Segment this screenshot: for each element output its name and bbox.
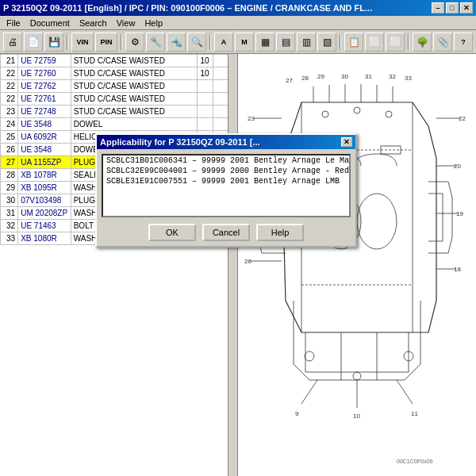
- modal-title-text: Applicability for P 32150QZ 09-2011 [...: [100, 137, 260, 147]
- view3-button[interactable]: ▥: [297, 33, 316, 52]
- font-a-button[interactable]: A: [214, 33, 233, 52]
- modal-list-item[interactable]: SCBLE31E91C007551 – 99999 2001 Bentley A…: [103, 176, 349, 186]
- modal-help-button[interactable]: Help: [256, 224, 304, 241]
- modal-applicability-list[interactable]: SCBLC31B01C006341 – 99999 2001 Bentley A…: [102, 154, 351, 217]
- font-m-button[interactable]: M: [235, 33, 254, 52]
- modal-title-bar: Applicability for P 32150QZ 09-2011 [...…: [97, 135, 355, 149]
- toolbar-separator-3: [209, 34, 211, 50]
- zoom-out-button[interactable]: ⬜: [386, 33, 405, 52]
- print-button[interactable]: 🖨: [3, 33, 22, 52]
- view4-button[interactable]: ▧: [317, 33, 336, 52]
- pin-button[interactable]: PIN: [95, 33, 117, 52]
- toolbar-separator-2: [121, 34, 122, 50]
- title-bar: P 32150QZ 09-2011 [English] / IPC / PIN:…: [0, 0, 476, 16]
- engine-icon[interactable]: ⚙: [125, 33, 144, 52]
- modal-close-button[interactable]: ✕: [341, 137, 352, 147]
- modal-cancel-button[interactable]: Cancel: [202, 224, 250, 241]
- toolbar-separator-1: [67, 34, 68, 50]
- main-content: 21 UE 72759 STUD C/CASE WAISTED 10 22 UE…: [0, 54, 476, 476]
- view1-button[interactable]: ▦: [255, 33, 274, 52]
- tool2-button[interactable]: 🔩: [167, 33, 186, 52]
- save-button[interactable]: 💾: [44, 33, 63, 52]
- menu-bar: File Document Search View Help: [0, 16, 476, 30]
- close-button[interactable]: ✕: [460, 2, 473, 13]
- menu-file[interactable]: File: [2, 17, 25, 29]
- search-button[interactable]: 🔍: [187, 33, 206, 52]
- title-bar-buttons: – □ ✕: [432, 2, 473, 13]
- zoom-in-button[interactable]: ⬜: [365, 33, 384, 52]
- modal-ok-button[interactable]: OK: [148, 224, 196, 241]
- bookmark-button[interactable]: 📋: [344, 33, 363, 52]
- toolbar: 🖨 📄 💾 VIN PIN ⚙ 🔧 🔩 🔍 A M ▦ ▤ ▥ ▧ 📋 ⬜ ⬜ …: [0, 30, 476, 54]
- minimize-button[interactable]: –: [432, 2, 444, 13]
- maximize-button[interactable]: □: [446, 2, 459, 13]
- view2-button[interactable]: ▤: [276, 33, 295, 52]
- menu-document[interactable]: Document: [25, 17, 75, 29]
- modal-list-item[interactable]: SCBLC32E99C004001 – 99999 2000 Bentley A…: [103, 166, 349, 176]
- menu-help[interactable]: Help: [140, 17, 167, 29]
- toolbar-separator-4: [340, 34, 341, 50]
- tool1-button[interactable]: 🔧: [146, 33, 165, 52]
- menu-search[interactable]: Search: [75, 17, 112, 29]
- modal-dialog: Applicability for P 32150QZ 09-2011 [...…: [95, 133, 357, 248]
- menu-view[interactable]: View: [112, 17, 140, 29]
- attach-button[interactable]: 📎: [433, 33, 452, 52]
- modal-body: SCBLC31B01C006341 – 99999 2001 Bentley A…: [97, 149, 355, 246]
- tree-button[interactable]: 🌳: [413, 33, 432, 52]
- help-button[interactable]: ?: [454, 33, 473, 52]
- modal-overlay: Applicability for P 32150QZ 09-2011 [...…: [0, 54, 476, 476]
- modal-list-item[interactable]: SCBLC31B01C006341 – 99999 2001 Bentley A…: [103, 155, 349, 166]
- modal-buttons: OK Cancel Help: [102, 224, 351, 241]
- title-text: P 32150QZ 09-2011 [English] / IPC / PIN:…: [3, 3, 372, 13]
- toolbar-separator-5: [408, 34, 409, 50]
- vin-button[interactable]: VIN: [71, 33, 94, 52]
- new-button[interactable]: 📄: [24, 33, 43, 52]
